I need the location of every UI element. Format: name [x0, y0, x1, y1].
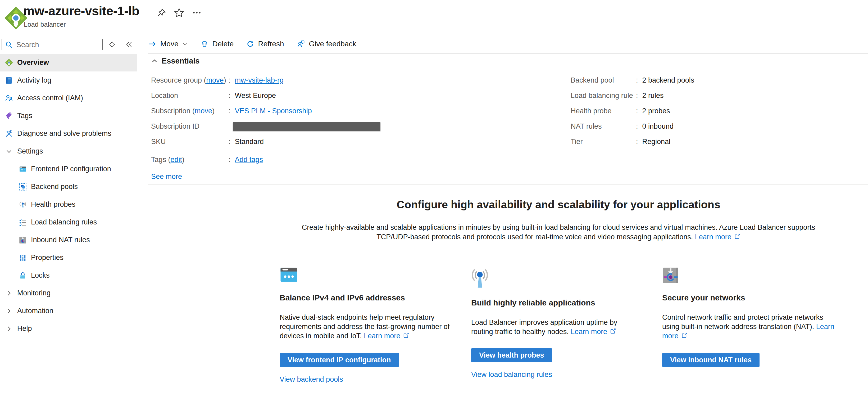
sidebar-item-label: Load balancing rules [31, 218, 97, 226]
card-secure-networks: Secure your networks Control network tra… [662, 267, 840, 367]
essentials-row-tier: Tier: Regional [571, 137, 694, 146]
move-button[interactable]: Move [148, 40, 188, 48]
activity-log-icon [5, 76, 13, 85]
view-health-probes-button[interactable]: View health probes [471, 348, 552, 362]
feedback-icon [297, 40, 305, 48]
give-feedback-label: Give feedback [309, 40, 356, 48]
move-resource-group-link[interactable]: move [206, 76, 224, 84]
move-label: Move [160, 40, 178, 48]
sidebar-item-label: Inbound NAT rules [31, 236, 90, 244]
add-tags-link[interactable]: Add tags [235, 156, 263, 164]
view-inbound-nat-button[interactable]: View inbound NAT rules [662, 353, 760, 367]
page-title: mw-azure-vsite-1-lb [23, 4, 140, 18]
sidebar-item-inbound-nat[interactable]: Inbound NAT rules [0, 231, 137, 249]
give-feedback-button[interactable]: Give feedback [297, 40, 356, 48]
sidebar-item-lb-rules[interactable]: Load balancing rules [0, 213, 137, 231]
card-reliable-apps: Build highly reliable applications Load … [471, 267, 641, 379]
frontend-ip-icon [19, 165, 27, 173]
location-value: West Europe [235, 92, 276, 100]
frontend-ip-card-icon [280, 267, 453, 285]
command-bar: Move Delete Refresh Give feedback [148, 35, 356, 53]
chevron-up-icon [151, 58, 158, 65]
learn-more-link[interactable]: Learn more [571, 328, 616, 335]
get-started-section: Configure high availability and scalabil… [249, 199, 868, 242]
sidebar-item-health-probes[interactable]: Health probes [0, 196, 137, 213]
sidebar-group-settings[interactable]: Settings [0, 142, 137, 160]
sidebar-group-automation[interactable]: Automation [0, 302, 137, 320]
card-title: Balance IPv4 and IPv6 addresses [280, 293, 453, 302]
card-balance-ip: Balance IPv4 and IPv6 addresses Native d… [280, 267, 453, 383]
search-icon [5, 40, 13, 50]
sidebar-group-label: Settings [17, 147, 43, 155]
lb-rule-value: 2 rules [642, 92, 664, 100]
move-arrow-icon [148, 40, 157, 48]
resource-group-link[interactable]: mw-vsite-lab-rg [235, 76, 284, 84]
view-backend-pools-link[interactable]: View backend pools [280, 375, 453, 383]
sidebar-item-overview[interactable]: Overview [0, 54, 137, 71]
subscription-link[interactable]: VES PLM - Sponsorship [235, 107, 312, 115]
learn-more-link[interactable]: Learn more [695, 233, 741, 241]
view-frontend-ip-button[interactable]: View frontend IP configuration [280, 353, 399, 367]
card-body: Control network traffic and protect priv… [662, 313, 840, 342]
learn-more-link[interactable]: Learn more [364, 332, 409, 340]
essentials-row-health-probe: Health probe: 2 probes [571, 107, 694, 115]
health-probe-card-icon [471, 267, 641, 291]
view-lb-rules-link[interactable]: View load balancing rules [471, 371, 641, 379]
sidebar-item-frontend-ip[interactable]: Frontend IP configuration [0, 160, 137, 178]
dock-diamond-icon[interactable] [106, 39, 118, 50]
pin-icon[interactable] [156, 7, 167, 19]
row-label: Subscription (move) [151, 107, 228, 115]
card-title: Build highly reliable applications [471, 298, 641, 307]
essentials-toggle[interactable]: Essentials [151, 57, 199, 65]
card-body: Native dual-stack endpoints help meet re… [280, 313, 453, 342]
refresh-icon [246, 40, 254, 48]
external-link-icon [734, 233, 741, 242]
move-subscription-link[interactable]: move [195, 107, 212, 115]
sidebar-item-properties[interactable]: Properties [0, 249, 137, 267]
sidebar-group-label: Automation [17, 307, 54, 315]
sidebar-item-label: Locks [31, 271, 50, 280]
essentials-row-subscription: Subscription (move) : VES PLM - Sponsors… [151, 107, 380, 115]
sidebar-item-label: Properties [31, 254, 63, 262]
essentials-row-sku: SKU : Standard [151, 137, 380, 146]
sidebar-group-monitoring[interactable]: Monitoring [0, 284, 137, 302]
row-label: Subscription ID [151, 122, 228, 130]
resource-type-label: Load balancer [24, 21, 66, 28]
sidebar-group-label: Monitoring [17, 289, 51, 297]
sidebar-item-access-control[interactable]: Access control (IAM) [0, 89, 137, 107]
sidebar-group-label: Help [17, 324, 32, 333]
chevron-right-icon [5, 324, 13, 333]
chevron-down-icon [5, 147, 13, 156]
sidebar-item-diagnose[interactable]: Diagnose and solve problems [0, 125, 137, 142]
see-more-link[interactable]: See more [151, 173, 182, 181]
sidebar-item-label: Frontend IP configuration [31, 165, 111, 173]
search-input[interactable] [16, 39, 101, 50]
essentials-row-tags: Tags (edit) : Add tags [151, 155, 380, 164]
backend-pools-icon [19, 183, 27, 191]
get-started-heading: Configure high availability and scalabil… [249, 199, 868, 211]
sidebar-item-tags[interactable]: Tags [0, 107, 137, 125]
essentials-row-nat-rules: NAT rules: 0 inbound [571, 122, 694, 131]
edit-tags-link[interactable]: edit [170, 156, 182, 164]
refresh-label: Refresh [258, 40, 284, 48]
subscription-id-redacted [233, 122, 380, 131]
favorite-star-icon[interactable] [173, 7, 185, 19]
card-title: Secure your networks [662, 293, 840, 302]
card-body: Load Balancer improves application uptim… [471, 318, 641, 337]
sidebar-item-label: Backend pools [31, 183, 78, 191]
sidebar-item-locks[interactable]: Locks [0, 267, 137, 284]
sidebar-item-backend-pools[interactable]: Backend pools [0, 178, 137, 196]
collapse-menu-icon[interactable] [123, 39, 135, 50]
sidebar-group-help[interactable]: Help [0, 320, 137, 338]
sidebar-item-activity-log[interactable]: Activity log [0, 71, 137, 89]
essentials-row-resource-group: Resource group (move) : mw-vsite-lab-rg [151, 76, 380, 85]
delete-button[interactable]: Delete [200, 40, 234, 48]
essentials-row-subscription-id: Subscription ID [151, 122, 380, 131]
refresh-button[interactable]: Refresh [246, 40, 284, 48]
inbound-nat-card-icon [662, 267, 840, 285]
ellipsis-icon[interactable] [191, 7, 203, 19]
external-link-icon [609, 328, 616, 337]
delete-label: Delete [212, 40, 234, 48]
essentials-title: Essentials [162, 57, 199, 65]
load-balancing-rules-icon [19, 218, 27, 227]
